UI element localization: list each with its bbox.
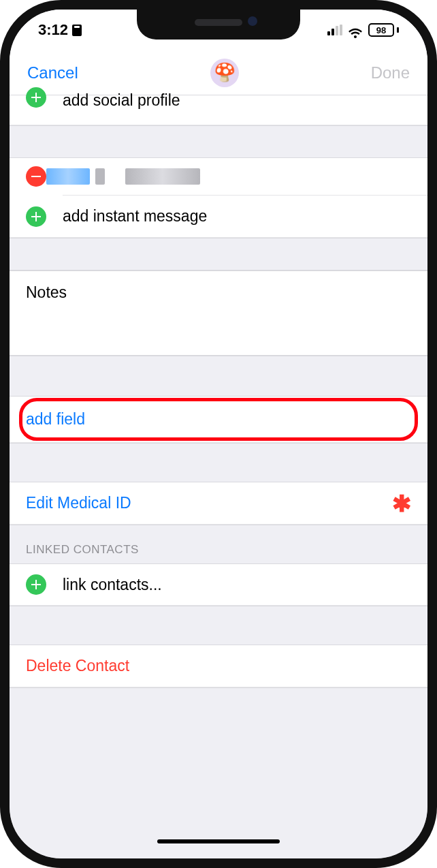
contact-avatar[interactable]: 🍄 xyxy=(210,59,239,87)
instant-message-entry-row[interactable] xyxy=(10,158,427,195)
link-contacts-label: link contacts... xyxy=(63,576,411,594)
iphone-frame: 3:12 98 Cancel 🍄 Done xyxy=(0,0,437,868)
device-notch xyxy=(137,10,300,40)
notes-field[interactable]: Notes xyxy=(10,270,427,356)
add-instant-message-row[interactable]: add instant message xyxy=(10,196,427,238)
im-service-redacted xyxy=(46,168,90,185)
section-gap xyxy=(10,238,427,270)
nav-bar: Cancel 🍄 Done xyxy=(10,50,427,95)
edit-medical-id-row[interactable]: Edit Medical ID ✱ xyxy=(10,482,427,525)
delete-contact-label: Delete Contact xyxy=(26,657,411,675)
wifi-icon xyxy=(348,25,363,35)
battery-icon: 98 xyxy=(368,23,399,37)
section-gap xyxy=(10,443,427,482)
screen: 3:12 98 Cancel 🍄 Done xyxy=(10,10,427,858)
svg-rect-0 xyxy=(31,176,41,177)
add-instant-message-label: add instant message xyxy=(63,207,411,226)
im-sep-redacted xyxy=(95,168,105,185)
mute-switch xyxy=(0,153,1,184)
add-social-profile-row[interactable]: add social profile xyxy=(10,95,427,125)
linked-contacts-header: LINKED CONTACTS xyxy=(10,525,427,563)
add-field-row[interactable]: add field xyxy=(10,397,427,443)
minus-icon[interactable] xyxy=(26,166,46,187)
add-social-profile-label: add social profile xyxy=(63,91,411,110)
link-contacts-row[interactable]: link contacts... xyxy=(10,563,427,606)
sim-icon xyxy=(72,25,82,36)
plus-icon xyxy=(26,87,46,108)
add-field-label: add field xyxy=(26,410,411,429)
status-time: 3:12 xyxy=(38,21,68,39)
section-gap xyxy=(10,125,427,158)
cancel-button[interactable]: Cancel xyxy=(27,63,78,82)
notes-label: Notes xyxy=(26,283,67,301)
done-button[interactable]: Done xyxy=(371,63,410,82)
edit-medical-id-label: Edit Medical ID xyxy=(26,494,392,512)
delete-contact-row[interactable]: Delete Contact xyxy=(10,645,427,687)
plus-icon xyxy=(26,206,46,227)
plus-icon xyxy=(26,574,46,595)
cell-signal-icon xyxy=(327,25,342,35)
section-gap xyxy=(10,356,427,397)
battery-level: 98 xyxy=(368,23,394,37)
home-indicator[interactable] xyxy=(157,839,280,843)
bottom-spacer xyxy=(10,687,427,742)
im-username-redacted xyxy=(125,168,200,185)
medical-asterisk-icon: ✱ xyxy=(392,492,411,515)
section-gap xyxy=(10,606,427,645)
avatar-image: 🍄 xyxy=(214,62,236,83)
volume-down-button xyxy=(0,274,1,328)
volume-up-button xyxy=(0,207,1,262)
